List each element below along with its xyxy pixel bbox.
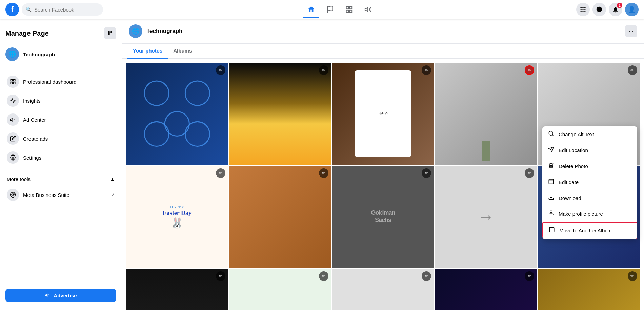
dropdown-change-alt-text[interactable]: Change Alt Text xyxy=(542,126,637,142)
svg-line-31 xyxy=(552,135,553,136)
photo-item[interactable]: ✏ xyxy=(435,63,537,165)
photo-item[interactable]: GoldmanSachs ✏ xyxy=(332,166,434,268)
top-navigation: f 🔍 1 👤 xyxy=(0,0,644,19)
nav-grid-button[interactable] xyxy=(341,1,357,18)
dropdown-edit-location[interactable]: Edit Location xyxy=(542,142,637,158)
svg-rect-19 xyxy=(11,82,12,84)
professional-dashboard-icon xyxy=(7,76,19,88)
create-ads-icon xyxy=(7,132,19,145)
ad-center-label: Ad Center xyxy=(23,117,46,123)
settings-label: Settings xyxy=(23,155,41,161)
photo-edit-14[interactable]: ✏ xyxy=(525,271,534,281)
sidebar-item-professional-dashboard[interactable]: Professional dashboard xyxy=(3,72,119,91)
easter-card: HAPPY Easter Day 🐰 xyxy=(126,166,228,268)
search-bar[interactable]: 🔍 xyxy=(22,3,103,16)
nav-center-icons xyxy=(103,1,576,18)
photo-item[interactable]: ✏ xyxy=(229,63,331,165)
photo-item[interactable]: HAPPY Easter Day 🐰 ✏ xyxy=(126,166,228,268)
sidebar-toggle-button[interactable] xyxy=(104,27,116,39)
svg-point-10 xyxy=(582,9,583,10)
more-tools-header[interactable]: More tools ▲ xyxy=(3,173,119,185)
photos-more-button[interactable]: ··· xyxy=(625,25,637,37)
user-avatar[interactable]: 👤 xyxy=(625,3,639,16)
dropdown-download[interactable]: Download xyxy=(542,190,637,206)
photo-edit-5[interactable]: ✏ xyxy=(628,65,637,75)
dropdown-edit-date[interactable]: Edit date xyxy=(542,174,637,190)
svg-rect-3 xyxy=(350,10,352,12)
main-content: 🌐 Technograph ··· Your photos Albums xyxy=(122,19,644,310)
more-tools-label: More tools xyxy=(7,176,31,182)
photo-item[interactable]: ✏ xyxy=(126,63,228,165)
insights-label: Insights xyxy=(23,98,41,104)
photo-edit-8[interactable]: ✏ xyxy=(422,168,431,178)
photos-tabs: Your photos Albums xyxy=(122,44,644,59)
meta-suite-label: Meta Business Suite xyxy=(23,192,69,198)
photo-edit-13[interactable]: ✏ xyxy=(422,271,431,281)
sidebar-content: Manage Page 🌐 Technograph Professional d… xyxy=(3,24,119,204)
sidebar-item-insights[interactable]: Insights xyxy=(3,91,119,110)
nav-right-section: 1 👤 xyxy=(576,3,639,16)
tab-your-photos[interactable]: Your photos xyxy=(127,44,168,59)
search-icon: 🔍 xyxy=(26,7,32,12)
svg-rect-20 xyxy=(14,82,15,84)
dropdown-make-profile-picture[interactable]: Make profile picture xyxy=(542,206,637,222)
svg-rect-34 xyxy=(549,179,554,184)
svg-point-22 xyxy=(12,157,14,159)
dropdown-delete-photo[interactable]: Delete Photo xyxy=(542,158,637,174)
nav-home-button[interactable] xyxy=(303,1,319,18)
page-info-row: 🌐 Technograph xyxy=(129,24,182,38)
sidebar-item-meta-suite[interactable]: Meta Business Suite ↗ xyxy=(3,185,119,204)
nav-flag-button[interactable] xyxy=(322,1,338,18)
photos-page-name: Technograph xyxy=(146,28,182,35)
svg-marker-5 xyxy=(365,7,368,12)
photo-item[interactable]: ✏ xyxy=(435,269,537,310)
photo-item[interactable]: ✏ xyxy=(229,166,331,268)
chevron-up-icon: ▲ xyxy=(110,176,115,182)
svg-point-14 xyxy=(584,11,585,12)
page-name: Technograph xyxy=(23,51,55,57)
context-dropdown-menu: Change Alt Text Edit Location Delete Pho… xyxy=(542,126,637,239)
dropdown-move-to-another-album[interactable]: Move to Another Album xyxy=(542,222,637,239)
photo-edit-12[interactable]: ✏ xyxy=(319,271,328,281)
photo-edit-15[interactable]: ✏ xyxy=(628,271,637,281)
photo-edit-11[interactable]: ✏ xyxy=(216,271,225,281)
move-to-another-album-label: Move to Another Album xyxy=(559,228,612,233)
notifications-button[interactable]: 1 xyxy=(609,3,622,16)
photo-item[interactable]: RITE SOCIAL MEDIA PLATFORMS ✏ xyxy=(126,269,228,310)
make-profile-picture-icon xyxy=(548,210,555,218)
advertise-label: Advertise xyxy=(54,293,77,298)
photo-item[interactable]: → ✏ xyxy=(435,166,537,268)
facebook-logo[interactable]: f xyxy=(5,3,19,16)
photo-item[interactable]: ✏ xyxy=(332,269,434,310)
photo-edit-9[interactable]: ✏ xyxy=(525,168,534,178)
photo-item[interactable]: ₿ ✏ xyxy=(538,269,640,310)
sidebar-item-ad-center[interactable]: Ad Center xyxy=(3,110,119,129)
apps-grid-button[interactable] xyxy=(576,3,590,16)
external-link-icon: ↗ xyxy=(111,192,115,198)
photo-item[interactable]: Hello ✏ xyxy=(332,63,434,165)
create-ads-label: Create ads xyxy=(23,136,48,142)
advertise-button[interactable]: Advertise xyxy=(5,289,116,302)
search-input[interactable] xyxy=(34,7,99,13)
sidebar-item-settings[interactable]: Settings xyxy=(3,148,119,167)
photo-edit-4[interactable]: ✏ xyxy=(525,65,534,75)
sidebar-item-create-ads[interactable]: Create ads xyxy=(3,129,119,148)
photo-edit-6[interactable]: ✏ xyxy=(216,168,225,178)
photo-edit-1[interactable]: ✏ xyxy=(216,65,225,75)
photo-edit-2[interactable]: ✏ xyxy=(319,65,328,75)
svg-point-11 xyxy=(584,9,585,10)
delete-photo-icon xyxy=(548,162,555,170)
page-avatar: 🌐 xyxy=(5,47,19,61)
svg-point-7 xyxy=(582,7,583,8)
tab-albums[interactable]: Albums xyxy=(168,44,197,59)
photo-item[interactable]: erall - Worldwide ✏ xyxy=(229,269,331,310)
svg-point-26 xyxy=(185,81,209,105)
professional-dashboard-label: Professional dashboard xyxy=(23,79,77,85)
edit-location-icon xyxy=(548,146,555,154)
svg-point-25 xyxy=(144,81,169,105)
sidebar-divider-1 xyxy=(3,69,119,69)
nav-megaphone-button[interactable] xyxy=(360,1,376,18)
photo-edit-7[interactable]: ✏ xyxy=(319,168,328,178)
messenger-button[interactable] xyxy=(592,3,606,16)
meta-suite-icon xyxy=(7,189,19,201)
